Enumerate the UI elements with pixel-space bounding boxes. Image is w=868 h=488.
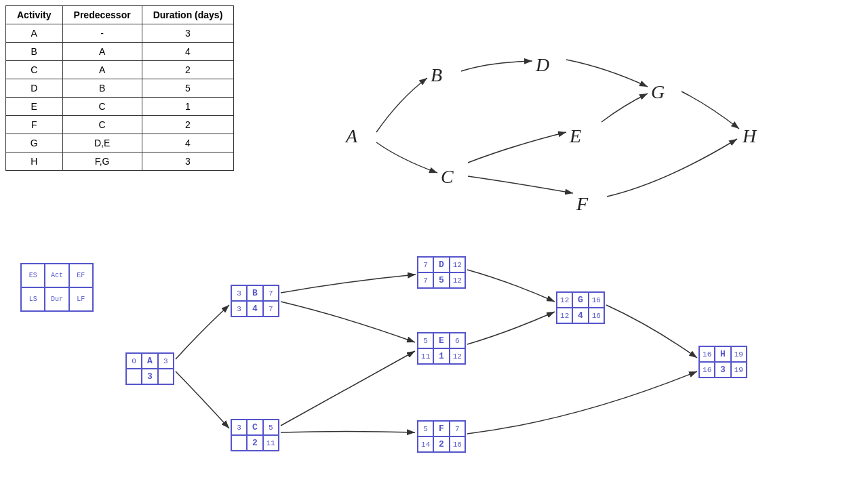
table-row: BA4 — [6, 43, 234, 61]
cpm-f-top-2: 7 — [450, 421, 465, 436]
cpm-f-top-0: 5 — [418, 421, 433, 436]
network-node-h: H — [743, 125, 756, 147]
cpm-h-top-0: 16 — [699, 346, 715, 362]
cpm-e-top-1: E — [433, 333, 449, 348]
cpm-c-bottom-2: 11 — [263, 435, 279, 451]
legend-lf: LF — [69, 287, 93, 311]
cpm-a-top-1: A — [142, 353, 157, 369]
table-row: CA2 — [6, 61, 234, 79]
table-row: DB5 — [6, 79, 234, 98]
cpm-d-top-2: 12 — [450, 257, 465, 272]
col-activity: Activity — [6, 6, 63, 24]
cpm-d-bottom-1: 5 — [433, 272, 449, 288]
table-row: A-3 — [6, 24, 234, 43]
network-node-b: B — [431, 64, 442, 86]
cpm-e-bottom-0: 11 — [418, 348, 433, 364]
cpm-node-a: 0A33 — [125, 352, 174, 385]
cpm-a-top-2: 3 — [158, 353, 174, 369]
table-cell-2: 4 — [142, 134, 234, 152]
col-duration: Duration (days) — [142, 6, 234, 24]
cpm-node-c: 3C5211 — [231, 419, 279, 451]
cpm-g-bottom-1: 4 — [572, 308, 588, 323]
table-cell-1: B — [62, 79, 142, 98]
table-cell-1: A — [62, 43, 142, 61]
table-cell-1: C — [62, 98, 142, 116]
cpm-f-bottom-0: 14 — [418, 436, 433, 452]
legend-dur: Dur — [45, 287, 68, 311]
cpm-e-top-0: 5 — [418, 333, 433, 348]
table-cell-0: H — [6, 152, 63, 171]
cpm-node-g: 12G1612416 — [556, 291, 605, 324]
legend-act: Act — [45, 264, 68, 287]
cpm-legend: ES Act EF LS Dur LF — [20, 263, 94, 312]
cpm-g-top-1: G — [572, 292, 588, 308]
table-cell-0: D — [6, 79, 63, 98]
cpm-b-bottom-2: 7 — [263, 301, 279, 317]
legend-ef: EF — [69, 264, 93, 287]
table-row: EC1 — [6, 98, 234, 116]
cpm-e-bottom-2: 12 — [450, 348, 465, 364]
cpm-g-top-0: 12 — [557, 292, 572, 308]
cpm-node-h: 16H1916319 — [698, 346, 747, 378]
table-cell-1: D,E — [62, 134, 142, 152]
cpm-c-bottom-0 — [231, 435, 247, 451]
cpm-d-bottom-2: 12 — [450, 272, 465, 288]
cpm-h-bottom-2: 19 — [731, 362, 747, 378]
cpm-b-bottom-0: 3 — [231, 301, 247, 317]
cpm-c-bottom-1: 2 — [247, 435, 262, 451]
network-node-g: G — [651, 81, 665, 103]
table-cell-0: B — [6, 43, 63, 61]
table-cell-1: F,G — [62, 152, 142, 171]
cpm-b-top-1: B — [247, 285, 262, 301]
cpm-node-e: 5E611112 — [417, 332, 466, 365]
cpm-a-bottom-1: 3 — [142, 369, 157, 384]
table-cell-0: F — [6, 116, 63, 134]
cpm-c-top-0: 3 — [231, 420, 247, 435]
table-cell-2: 2 — [142, 116, 234, 134]
table-cell-2: 3 — [142, 152, 234, 171]
cpm-f-top-1: F — [433, 421, 449, 436]
cpm-c-top-1: C — [247, 420, 262, 435]
table-cell-1: A — [62, 61, 142, 79]
cpm-a-bottom-2 — [158, 369, 174, 384]
cpm-d-top-1: D — [433, 257, 449, 272]
table-cell-0: G — [6, 134, 63, 152]
cpm-d-top-0: 7 — [418, 257, 433, 272]
table-cell-0: C — [6, 61, 63, 79]
table-cell-2: 3 — [142, 24, 234, 43]
cpm-node-d: 7D127512 — [417, 256, 466, 289]
network-node-d: D — [536, 54, 549, 76]
table-cell-2: 5 — [142, 79, 234, 98]
cpm-c-top-2: 5 — [263, 420, 279, 435]
legend-ls: LS — [21, 287, 45, 311]
table-cell-2: 4 — [142, 43, 234, 61]
cpm-node-f: 5F714216 — [417, 420, 466, 453]
cpm-h-top-2: 19 — [731, 346, 747, 362]
network-node-c: C — [441, 166, 454, 188]
cpm-b-bottom-1: 4 — [247, 301, 262, 317]
cpm-h-bottom-0: 16 — [699, 362, 715, 378]
network-node-e: E — [570, 125, 581, 147]
table-cell-0: A — [6, 24, 63, 43]
cpm-b-top-2: 7 — [263, 285, 279, 301]
cpm-d-bottom-0: 7 — [418, 272, 433, 288]
table-row: HF,G3 — [6, 152, 234, 171]
cpm-f-bottom-1: 2 — [433, 436, 449, 452]
table-row: GD,E4 — [6, 134, 234, 152]
legend-es: ES — [21, 264, 45, 287]
cpm-h-top-1: H — [715, 346, 730, 362]
cpm-g-top-2: 16 — [589, 292, 604, 308]
cpm-b-top-0: 3 — [231, 285, 247, 301]
cpm-node-b: 3B7347 — [231, 285, 279, 317]
table-cell-2: 1 — [142, 98, 234, 116]
cpm-a-bottom-0 — [126, 369, 142, 384]
cpm-g-bottom-0: 12 — [557, 308, 572, 323]
activity-table: Activity Predecessor Duration (days) A-3… — [5, 5, 234, 171]
table-cell-0: E — [6, 98, 63, 116]
cpm-a-top-0: 0 — [126, 353, 142, 369]
network-node-a: A — [346, 125, 357, 147]
cpm-e-top-2: 6 — [450, 333, 465, 348]
cpm-g-bottom-2: 16 — [589, 308, 604, 323]
cpm-h-bottom-1: 3 — [715, 362, 730, 378]
table-cell-1: - — [62, 24, 142, 43]
